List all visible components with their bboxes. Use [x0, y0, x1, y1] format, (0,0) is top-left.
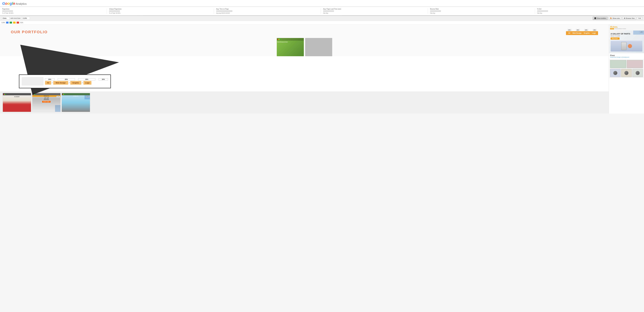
color-swatch-blue: [6, 22, 8, 24]
callout-pct-1: 26%: [58, 78, 75, 80]
nav-webdesign[interactable]: Web Design: [572, 32, 582, 34]
fixez-nav-bar: Home Products About Contact: [610, 28, 643, 29]
legend-bar: 0.9% 31%: [0, 21, 644, 24]
thumbnail-2[interactable]: [305, 38, 332, 56]
fixez-thumb-row-2: [610, 69, 643, 77]
thumbnail-1[interactable]: Great Restaurant Deals: [277, 38, 304, 56]
fixez-thumb-2[interactable]: [627, 60, 643, 68]
threshold-select[interactable]: 0.10% 0.25% 0.50% 1.00%: [22, 17, 30, 20]
thumb-products-badge: 0.9%: [56, 96, 60, 98]
stat-unique-value: [109, 10, 212, 12]
pct-badge-all: 26%: [568, 29, 572, 31]
fixez-hero-sub: READY TO SHIP: [610, 35, 642, 37]
stat-pageviews-sub: % of Total: 48.56%: [2, 12, 105, 14]
callout-box: 26% 26% 26% 26% All / Web Desig: [19, 74, 111, 88]
blue-highlight-holiday: [84, 95, 90, 99]
callout-nav: All / Web Design / Graphic / Logo: [45, 81, 108, 84]
stat-avg-time-value: [216, 10, 319, 12]
fixez-thumbs: [609, 59, 644, 78]
stat-exit-value: [537, 10, 640, 12]
callout-nav-logo[interactable]: Logo: [84, 81, 92, 84]
show-color-label: Show color: [612, 18, 620, 19]
show-bubbles-label: Show bubbles: [597, 18, 606, 19]
pct-badge-logo: 26%: [593, 29, 596, 31]
exit-button[interactable]: Exit: [637, 17, 642, 20]
main-content: OUR PORTFOLIO 26% 26% 26% 26%: [0, 24, 644, 114]
nav-all[interactable]: All: [567, 32, 571, 34]
callout-nav-webdesign[interactable]: Web Design: [53, 81, 68, 84]
browser-size-label: Browser Size: [626, 18, 635, 19]
fixez-hero: 1.8% A GALAXY OF PARTS READY TO SHIP Sho…: [609, 30, 644, 53]
show-bubbles-button[interactable]: ⬛ Show bubbles: [593, 17, 608, 20]
callout-pct-3: 26%: [98, 78, 108, 80]
clicks-select[interactable]: Clicks: [2, 17, 10, 20]
logo-e: e: [13, 1, 15, 6]
analytics-label: Analytics: [16, 2, 26, 6]
logo-l: l: [12, 1, 13, 6]
color-swatch-yellow: [13, 22, 16, 24]
fixez-blue-highlight: [633, 30, 644, 34]
thumbnail-products[interactable]: PRODUCTS 15% OffSitewide! SHOP NOW! 0.9%: [32, 93, 60, 112]
site-content: OUR PORTFOLIO 26% 26% 26% 26%: [0, 24, 609, 114]
stat-page-load: Avg. Page Load Time (sec) Site Avg: [321, 8, 428, 14]
fixez-logo: ☀ Fixez.: [610, 26, 643, 28]
fixez-logo-text: ☀: [610, 26, 612, 28]
stat-unique-pageviews: Unique Pageviews % of Total: 50.55%: [107, 8, 214, 14]
pct-badge-webdesign: 26%: [576, 29, 580, 31]
portfolio-title: OUR PORTFOLIO: [11, 30, 48, 34]
nav-graphic[interactable]: Graphic: [583, 32, 590, 34]
thumbnail-row-1: Great Restaurant Deals: [3, 36, 606, 56]
legend-max: 31%: [20, 22, 23, 24]
toolbar-left: Clicks with more than: 0.10% 0.25% 0.50%…: [2, 17, 30, 20]
show-color-button[interactable]: 🎨 Show color: [608, 17, 621, 20]
main-row: OUR PORTFOLIO 26% 26% 26% 26%: [0, 24, 644, 114]
stat-exit-sub: Site Avg: [537, 12, 640, 14]
callout-image: [22, 77, 44, 86]
phone-mockup: [621, 42, 626, 50]
fixez-company-name: Fixez: [610, 54, 643, 56]
legend-min: 0.9%: [2, 22, 5, 24]
fixez-product-image: [610, 41, 642, 52]
fixez-name-styled: Fixez: [612, 26, 617, 28]
nav-logo[interactable]: Logo: [591, 32, 597, 34]
callout-pct-row: 26% 26% 26% 26%: [45, 78, 108, 80]
browser-size-button[interactable]: 🖥 Browser Size: [622, 17, 636, 20]
callout-pct-0: 26%: [45, 78, 54, 80]
logo-text: G o o g l e Analytics: [2, 1, 27, 6]
fixez-footer-text: Fixez Responsive Design & Development: [609, 53, 644, 59]
thumbnail-academy[interactable]: ACADEMY: [3, 93, 31, 112]
exit-label: Exit: [638, 18, 641, 19]
stat-pageviews-label: Pageviews: [2, 8, 105, 10]
stat-avg-time-sub: Avg avg 00:00 0:00:00: [216, 12, 319, 14]
stat-page-load-sub: Site Avg: [323, 12, 426, 14]
fixez-thumb-3[interactable]: [610, 69, 620, 77]
toolbar: Clicks with more than: 0.10% 0.25% 0.50%…: [0, 16, 644, 21]
bubbles-icon: ⬛: [594, 17, 596, 19]
logo-g2: g: [10, 1, 12, 6]
portfolio-nav-container: 26% 26% 26% 26% All / Web Design: [566, 29, 598, 35]
fixez-cta-btn[interactable]: Shop Now ›: [610, 38, 620, 40]
logo-g: G: [2, 1, 5, 6]
callout-nav-area: 26% 26% 26% 26% All / Web Desig: [44, 78, 108, 84]
callout-content: 26% 26% 26% 26% All / Web Desig: [21, 76, 109, 86]
fixez-thumb-5[interactable]: [632, 69, 643, 77]
callout-nav-graphic[interactable]: Graphic: [70, 81, 81, 84]
fixez-thumb-1[interactable]: [610, 60, 626, 68]
stat-pageviews-value: [2, 10, 105, 12]
logo-o1: o: [5, 1, 8, 6]
portfolio-section: OUR PORTFOLIO 26% 26% 26% 26%: [0, 24, 609, 56]
callout-sep-1: /: [51, 82, 53, 84]
stat-bounce: Bounce Rate Site Avg: [428, 8, 535, 14]
color-icon: 🎨: [610, 17, 612, 19]
stat-exit-label: % Exit: [537, 8, 640, 10]
callout-nav-all[interactable]: All: [45, 81, 51, 84]
stat-avg-time-label: Avg. Time on Page: [216, 8, 319, 10]
browser-icon: 🖥: [624, 17, 625, 19]
fixez-header: ☀ Fixez. Home Products About Contact: [609, 24, 644, 30]
stat-unique-sub: % of Total: 50.55%: [109, 12, 212, 14]
fixez-thumb-4[interactable]: [621, 69, 632, 77]
callout-sep-2: /: [68, 82, 70, 84]
stat-bounce-value: [430, 10, 532, 12]
stat-pageviews: Pageviews % of Total: 48.56%: [2, 8, 107, 14]
thumbnail-holiday[interactable]: Holiday Inn 0.9%: [62, 93, 90, 112]
